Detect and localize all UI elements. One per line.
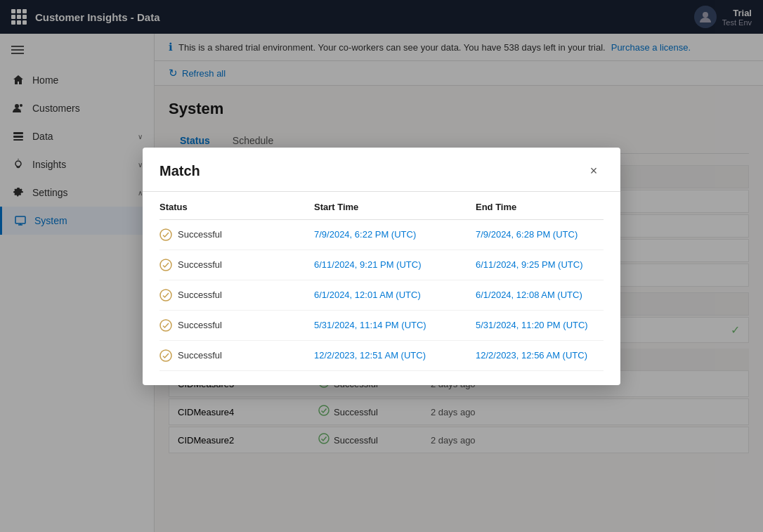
modal-col-end: End Time	[476, 192, 604, 220]
modal-status-cell-2: Successful	[159, 280, 314, 310]
modal-close-button[interactable]: ×	[584, 162, 604, 181]
row-success-icon	[159, 259, 172, 271]
modal-col-start: Start Time	[314, 192, 476, 220]
modal-end-cell-1: 6/11/2024, 9:25 PM (UTC)	[476, 249, 604, 280]
modal-status-cell-4: Successful	[159, 340, 314, 370]
svg-point-15	[160, 259, 171, 271]
modal-status-cell-1: Successful	[159, 249, 314, 280]
modal-table-row: Successful 6/11/2024, 9:21 PM (UTC)6/11/…	[159, 249, 604, 280]
modal-start-cell-2: 6/1/2024, 12:01 AM (UTC)	[314, 280, 476, 310]
modal-start-cell-0: 7/9/2024, 6:22 PM (UTC)	[314, 219, 476, 249]
modal-start-cell-3: 5/31/2024, 11:14 PM (UTC)	[314, 310, 476, 340]
row-status-label: Successful	[178, 320, 222, 330]
modal-header: Match ×	[143, 148, 620, 192]
modal-body: Status Start Time End Time Successful 7/…	[143, 192, 620, 385]
row-status-label: Successful	[178, 290, 222, 300]
modal-status-cell-0: Successful	[159, 219, 314, 249]
row-success-icon	[159, 228, 172, 241]
modal-end-cell-2: 6/1/2024, 12:08 AM (UTC)	[476, 280, 604, 310]
modal-start-cell-4: 12/2/2023, 12:51 AM (UTC)	[314, 340, 476, 370]
modal-status-cell-3: Successful	[159, 310, 314, 340]
svg-point-17	[160, 320, 171, 331]
modal-col-status: Status	[159, 192, 314, 220]
row-status-label: Successful	[178, 350, 222, 361]
modal-end-cell-4: 12/2/2023, 12:56 AM (UTC)	[476, 340, 604, 370]
svg-point-16	[160, 290, 171, 301]
match-modal: Match × Status Start Time End Time	[143, 148, 620, 385]
svg-point-14	[160, 229, 171, 240]
row-success-icon	[159, 289, 172, 301]
modal-end-cell-0: 7/9/2024, 6:28 PM (UTC)	[476, 219, 604, 249]
modal-table-row: Successful 12/2/2023, 12:51 AM (UTC)12/2…	[159, 340, 604, 370]
modal-overlay: Match × Status Start Time End Time	[0, 0, 763, 532]
modal-end-cell-3: 5/31/2024, 11:20 PM (UTC)	[476, 310, 604, 340]
modal-table-row: Successful 7/9/2024, 6:22 PM (UTC)7/9/20…	[159, 219, 604, 249]
row-success-icon	[159, 349, 172, 362]
modal-title: Match	[159, 163, 200, 179]
row-status-label: Successful	[178, 229, 222, 240]
row-success-icon	[159, 319, 172, 332]
modal-table: Status Start Time End Time Successful 7/…	[159, 192, 604, 371]
modal-table-row: Successful 6/1/2024, 12:01 AM (UTC)6/1/2…	[159, 280, 604, 310]
modal-start-cell-1: 6/11/2024, 9:21 PM (UTC)	[314, 249, 476, 280]
svg-point-18	[160, 350, 171, 361]
row-status-label: Successful	[178, 259, 222, 270]
modal-table-row: Successful 5/31/2024, 11:14 PM (UTC)5/31…	[159, 310, 604, 340]
